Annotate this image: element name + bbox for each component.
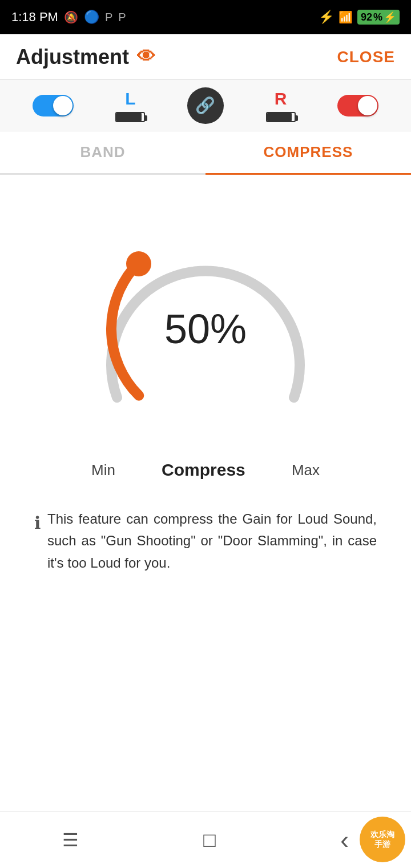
status-right: ⚡ 📶 92% ⚡: [319, 10, 400, 25]
left-device-label: L: [125, 89, 135, 108]
link-icon: 🔗: [195, 96, 215, 115]
dial-percentage: 50%: [164, 306, 247, 352]
home-button[interactable]: □: [203, 828, 216, 852]
dial-knob: [126, 251, 151, 276]
tab-compress[interactable]: COMPRESS: [206, 131, 411, 175]
mute-icon: 🔕: [64, 10, 78, 24]
device-row: L 🔗 R: [0, 80, 411, 131]
status-bar: 1:18 PM 🔕 🔵 P P ⚡ 📶 92% ⚡: [0, 0, 411, 34]
main-content: 50% Min Compress Max ℹ This feature can …: [0, 175, 411, 597]
dial-min-label: Min: [91, 461, 115, 479]
info-text: This feature can compress the Gain for L…: [47, 508, 377, 574]
left-toggle-knob: [53, 96, 72, 115]
status-left: 1:18 PM 🔕 🔵 P P: [11, 10, 126, 25]
close-button[interactable]: CLOSE: [337, 48, 395, 66]
dial-center-value: 50%: [164, 308, 247, 349]
menu-button[interactable]: ☰: [62, 829, 79, 851]
float-badge: 欢乐淘手游: [360, 817, 405, 862]
left-toggle-container: [33, 95, 74, 116]
bottom-navigation: ☰ □ ‹: [0, 811, 411, 868]
left-device: L: [115, 89, 145, 122]
link-button[interactable]: 🔗: [187, 87, 224, 124]
header: Adjustment 👁 CLOSE: [0, 34, 411, 80]
info-icon: ℹ: [34, 509, 41, 574]
right-power-toggle[interactable]: [337, 95, 378, 116]
right-device-label: R: [275, 89, 287, 108]
charging-icon: ⚡: [384, 11, 396, 23]
info-section: ℹ This feature can compress the Gain for…: [23, 508, 388, 574]
app-icon-p1: P: [105, 11, 112, 24]
app-icon-color: 🔵: [84, 10, 99, 25]
page-title: Adjustment: [16, 45, 129, 69]
back-button[interactable]: ‹: [340, 826, 349, 854]
dial-max-label: Max: [292, 461, 320, 479]
right-device: R: [266, 89, 296, 122]
app-icon-p2: P: [118, 11, 126, 24]
battery-indicator: 92% ⚡: [357, 10, 400, 25]
tabs-bar: BAND COMPRESS: [0, 131, 411, 175]
right-battery-bar: [266, 112, 296, 122]
eye-icon: 👁: [137, 46, 155, 67]
right-battery-fill: [267, 113, 292, 121]
dial-name-label: Compress: [162, 460, 245, 480]
left-power-toggle[interactable]: [33, 95, 74, 116]
right-toggle-knob: [358, 96, 377, 115]
header-title-group: Adjustment 👁: [16, 45, 155, 69]
tab-band[interactable]: BAND: [0, 131, 206, 175]
left-battery-fill: [116, 113, 141, 121]
badge-text: 欢乐淘手游: [370, 830, 394, 849]
dial-labels: Min Compress Max: [91, 460, 320, 480]
status-time: 1:18 PM: [11, 10, 58, 25]
signal-icon: 📶: [339, 10, 353, 24]
bluetooth-icon: ⚡: [319, 10, 334, 25]
compress-dial[interactable]: 50%: [86, 209, 325, 449]
left-battery-bar: [115, 112, 145, 122]
